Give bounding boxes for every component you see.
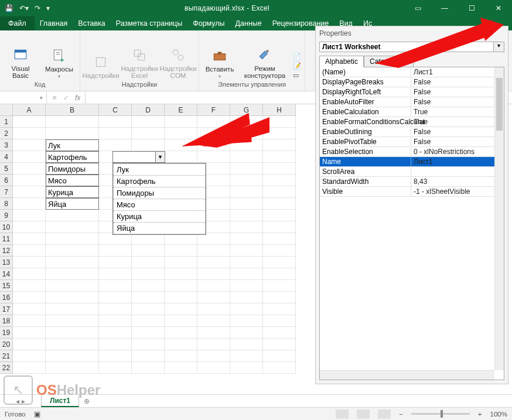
- zoom-out-button[interactable]: −: [399, 411, 403, 418]
- row-header[interactable]: 16: [0, 292, 13, 303]
- horizontal-scrollbar[interactable]: [320, 370, 494, 380]
- properties-object-selector[interactable]: Лист1 Worksheet ▾: [319, 42, 504, 52]
- dropdown-item[interactable]: Яйца: [113, 223, 206, 234]
- undo-icon[interactable]: ↶▾: [19, 4, 29, 12]
- tab-alphabetic[interactable]: Alphabetic: [319, 56, 364, 67]
- property-row[interactable]: EnableCalculationTrue: [320, 107, 504, 117]
- property-row[interactable]: (Name)Лист1: [320, 67, 504, 77]
- cell-b5[interactable]: Помидоры: [46, 163, 99, 175]
- dropdown-item[interactable]: Помидоры: [113, 187, 206, 199]
- tab-file[interactable]: Файл: [0, 16, 35, 30]
- tab-home[interactable]: Главная: [35, 16, 73, 30]
- property-row[interactable]: StandardWidth8,43: [320, 177, 504, 187]
- dropdown-item[interactable]: Курица: [113, 211, 206, 223]
- macros-button[interactable]: Макросы ▾: [42, 47, 76, 79]
- dropdown-item[interactable]: Мясо: [113, 199, 206, 211]
- com-addins-button[interactable]: Надстройки COM: [161, 46, 195, 79]
- cell-b6[interactable]: Мясо: [46, 175, 99, 186]
- addins-button[interactable]: Надстройки: [84, 53, 118, 79]
- view-page-break-button[interactable]: [378, 409, 391, 419]
- qat-customize-icon[interactable]: ▾: [46, 4, 50, 12]
- select-all-corner[interactable]: [0, 104, 13, 116]
- chevron-down-icon[interactable]: ▼: [155, 152, 165, 162]
- property-row[interactable]: EnableOutliningFalse: [320, 127, 504, 137]
- maximize-button[interactable]: ☐: [458, 0, 485, 16]
- cancel-icon[interactable]: ✕: [52, 94, 57, 102]
- visual-basic-button[interactable]: Visual Basic: [4, 46, 37, 79]
- row-header[interactable]: 22: [0, 362, 13, 374]
- combobox-dropdown[interactable]: Лук Картофель Помидоры Мясо Курица Яйца: [112, 163, 206, 235]
- name-box[interactable]: ▾: [0, 91, 47, 104]
- cells-area[interactable]: Лук Картофель Помидоры Мясо Курица Яйца: [13, 116, 296, 374]
- row-header[interactable]: 12: [0, 245, 13, 257]
- row-header[interactable]: 17: [0, 303, 13, 315]
- col-header[interactable]: F: [197, 104, 230, 116]
- row-header[interactable]: 15: [0, 280, 13, 292]
- property-row[interactable]: NameЛист1: [320, 157, 504, 167]
- redo-icon[interactable]: ↷: [35, 4, 40, 12]
- property-row[interactable]: EnableAutoFilterFalse: [320, 97, 504, 107]
- design-mode-button[interactable]: Режим конструктора: [241, 46, 288, 79]
- row-header[interactable]: 2: [0, 128, 13, 139]
- macro-record-icon[interactable]: ▣: [34, 410, 40, 418]
- tab-page-layout[interactable]: Разметка страницы: [111, 16, 187, 30]
- property-row[interactable]: Visible-1 - xlSheetVisible: [320, 187, 504, 197]
- col-header[interactable]: D: [132, 104, 165, 116]
- zoom-level[interactable]: 100%: [490, 411, 507, 418]
- minimize-button[interactable]: —: [431, 0, 458, 16]
- col-header[interactable]: G: [230, 104, 263, 116]
- view-normal-button[interactable]: [336, 409, 349, 419]
- close-button[interactable]: ✕: [485, 0, 512, 16]
- view-page-layout-button[interactable]: [357, 409, 370, 419]
- row-header[interactable]: 8: [0, 198, 13, 210]
- row-header[interactable]: 3: [0, 139, 13, 151]
- col-header[interactable]: A: [13, 104, 46, 116]
- cell-b4[interactable]: Картофель: [46, 151, 99, 163]
- enter-icon[interactable]: ✓: [63, 94, 69, 102]
- tab-data[interactable]: Данные: [230, 16, 267, 30]
- zoom-slider[interactable]: [411, 413, 470, 415]
- row-header[interactable]: 4: [0, 151, 13, 163]
- tab-categorized[interactable]: Categorized: [364, 56, 414, 67]
- col-header[interactable]: E: [165, 104, 197, 116]
- excel-addins-button[interactable]: Надстройки Excel: [122, 46, 156, 79]
- row-header[interactable]: 20: [0, 339, 13, 350]
- row-header[interactable]: 10: [0, 221, 13, 233]
- property-row[interactable]: DisplayRightToLeftFalse: [320, 87, 504, 97]
- property-row[interactable]: ScrollArea: [320, 167, 504, 177]
- ribbon-options-icon[interactable]: ▭: [404, 0, 431, 16]
- cell-b8[interactable]: Яйца: [46, 198, 99, 210]
- chevron-down-icon[interactable]: ▾: [494, 42, 504, 52]
- fx-icon[interactable]: fx: [75, 94, 80, 102]
- property-row[interactable]: EnableSelection0 - xlNoRestrictions: [320, 147, 504, 157]
- property-row[interactable]: EnableFormatConditionsCalculatTrue: [320, 117, 504, 127]
- dropdown-item[interactable]: Лук: [113, 163, 206, 176]
- row-header[interactable]: 19: [0, 327, 13, 339]
- view-code-icon[interactable]: 📝: [293, 62, 301, 70]
- col-header[interactable]: B: [46, 104, 99, 116]
- col-header[interactable]: H: [263, 104, 296, 116]
- property-row[interactable]: DisplayPageBreaksFalse: [320, 77, 504, 87]
- tab-formulas[interactable]: Формулы: [187, 16, 230, 30]
- row-header[interactable]: 7: [0, 186, 13, 198]
- properties-icon[interactable]: 📄: [293, 53, 301, 60]
- row-header[interactable]: 21: [0, 350, 13, 362]
- zoom-in-button[interactable]: +: [478, 411, 482, 418]
- cell-b7[interactable]: Курица: [46, 186, 99, 198]
- run-dialog-icon[interactable]: ▭: [293, 71, 301, 79]
- property-row[interactable]: EnablePivotTableFalse: [320, 137, 504, 147]
- row-header[interactable]: 18: [0, 315, 13, 327]
- row-header[interactable]: 6: [0, 175, 13, 186]
- insert-control-button[interactable]: Вставить ▾: [203, 47, 237, 79]
- tab-insert[interactable]: Вставка: [73, 16, 110, 30]
- combobox-control[interactable]: ▼: [112, 151, 165, 163]
- row-header[interactable]: 5: [0, 163, 13, 175]
- row-header[interactable]: 14: [0, 268, 13, 280]
- row-header[interactable]: 11: [0, 233, 13, 245]
- row-header[interactable]: 9: [0, 210, 13, 221]
- save-icon[interactable]: 💾: [5, 4, 13, 12]
- cell-b3[interactable]: Лук: [46, 139, 99, 151]
- col-header[interactable]: C: [99, 104, 132, 116]
- row-header[interactable]: 1: [0, 116, 13, 128]
- vertical-scrollbar[interactable]: [494, 67, 504, 370]
